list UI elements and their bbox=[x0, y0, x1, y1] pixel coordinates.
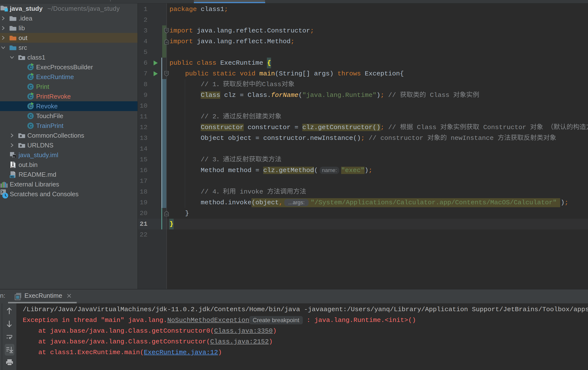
svg-text:C: C bbox=[29, 123, 32, 128]
svg-text:MD: MD bbox=[10, 175, 14, 178]
svg-text:C: C bbox=[29, 113, 32, 119]
svg-text:BIN: BIN bbox=[11, 166, 15, 168]
svg-text:C: C bbox=[29, 84, 32, 89]
